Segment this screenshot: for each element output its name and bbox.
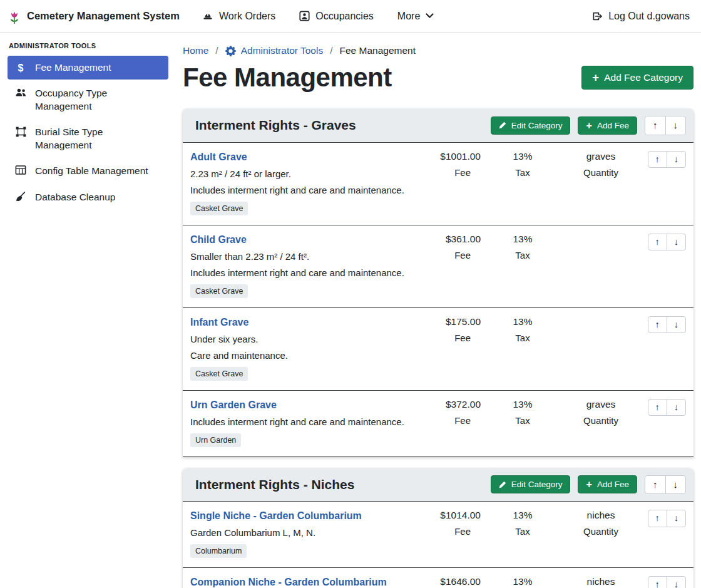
fee-quantity-label: Quantity xyxy=(563,167,638,178)
breadcrumb-home-link[interactable]: Home xyxy=(183,45,208,56)
nav-work-orders-label: Work Orders xyxy=(219,11,275,22)
logout-button[interactable]: Log Out d.gowans xyxy=(591,11,690,22)
nav-occupancies-label: Occupancies xyxy=(315,11,374,22)
breadcrumb-admin-tools-link[interactable]: Administrator Tools xyxy=(225,45,324,56)
fee-name-link[interactable]: Urn Garden Grave xyxy=(190,400,277,411)
move-fee-up-button[interactable]: ↑ xyxy=(648,234,667,251)
edit-category-label: Edit Category xyxy=(511,121,563,130)
add-fee-category-label: Add Fee Category xyxy=(604,72,683,83)
plus-icon: + xyxy=(586,121,591,130)
nav-more-label: More xyxy=(397,11,420,22)
add-fee-label: Add Fee xyxy=(597,480,629,489)
fee-row: Urn Garden Grave Includes interment righ… xyxy=(183,391,693,457)
sidebar-item-burial-site-type-management[interactable]: Burial Site Type Management xyxy=(8,120,168,157)
move-category-up-button[interactable]: ↑ xyxy=(645,116,666,135)
sidebar-item-config-table-management[interactable]: Config Table Management xyxy=(8,159,168,183)
fee-category-card-niches: Interment Rights - Niches Edit Category … xyxy=(183,468,693,588)
sidebar-item-occupancy-type-management[interactable]: Occupancy Type Management xyxy=(8,81,168,118)
pencil-icon xyxy=(499,121,506,129)
move-fee-up-button[interactable]: ↑ xyxy=(648,576,667,588)
fee-name-link[interactable]: Companion Niche - Garden Columbarium xyxy=(190,577,387,588)
move-fee-up-button[interactable]: ↑ xyxy=(648,316,667,334)
fee-reorder-group: ↑ ↓ xyxy=(648,316,687,334)
fee-tag-badge: Urn Garden xyxy=(190,433,241,447)
add-fee-button[interactable]: + Add Fee xyxy=(578,116,637,135)
fee-tax: 13% xyxy=(482,510,563,521)
fee-tag-badge: Columbarium xyxy=(190,544,247,558)
sidebar-item-fee-management[interactable]: $ Fee Management xyxy=(8,56,168,80)
fee-row: Child Grave Smaller than 2.23 m² / 24 ft… xyxy=(183,225,693,308)
fee-amount: $1646.00 xyxy=(413,576,482,587)
move-fee-down-button[interactable]: ↓ xyxy=(667,316,686,334)
vector-square-icon xyxy=(14,126,27,137)
broom-icon xyxy=(14,192,27,202)
fee-tag-badge: Casket Grave xyxy=(190,367,248,381)
sidebar-heading: ADMINISTRATOR TOOLS xyxy=(9,42,168,49)
edit-category-button[interactable]: Edit Category xyxy=(491,116,571,135)
fee-quantity: niches xyxy=(563,576,638,587)
fee-name-link[interactable]: Child Grave xyxy=(190,234,247,245)
fee-quantity: graves xyxy=(563,399,638,410)
fee-tag-badge: Casket Grave xyxy=(190,202,248,215)
fee-name-link[interactable]: Adult Grave xyxy=(190,152,247,163)
add-fee-category-button[interactable]: + Add Fee Category xyxy=(581,66,693,90)
move-fee-down-button[interactable]: ↓ xyxy=(667,151,686,168)
fee-tax-label: Tax xyxy=(482,167,563,178)
move-category-up-button[interactable]: ↑ xyxy=(645,475,666,495)
fee-description: Includes interment right and care and ma… xyxy=(190,267,404,278)
fee-amount-label: Fee xyxy=(413,167,482,178)
users-icon xyxy=(14,88,27,97)
move-fee-down-button[interactable]: ↓ xyxy=(667,234,686,251)
nav-work-orders[interactable]: Work Orders xyxy=(202,11,275,22)
fee-tax: 13% xyxy=(482,151,563,162)
move-fee-down-button[interactable]: ↓ xyxy=(667,576,686,588)
category-reorder-group: ↑ ↓ xyxy=(645,116,686,135)
add-fee-button[interactable]: + Add Fee xyxy=(578,475,637,493)
nav-occupancies[interactable]: Occupancies xyxy=(299,11,374,22)
category-header: Interment Rights - Graves Edit Category … xyxy=(183,109,693,143)
hard-hat-icon xyxy=(202,11,213,21)
fee-reorder-group: ↑ ↓ xyxy=(648,399,687,416)
fee-amount: $372.00 xyxy=(413,399,482,410)
fee-description: Includes interment right and care and ma… xyxy=(190,416,404,427)
fee-reorder-group: ↑ ↓ xyxy=(648,576,687,588)
table-icon xyxy=(14,165,27,175)
sidebar-item-label: Fee Management xyxy=(35,61,111,74)
breadcrumb-current: Fee Management xyxy=(340,45,416,56)
edit-category-button[interactable]: Edit Category xyxy=(491,475,571,493)
sidebar-item-database-cleanup[interactable]: Database Cleanup xyxy=(8,185,168,209)
tulip-logo-icon xyxy=(8,8,21,25)
move-fee-up-button[interactable]: ↑ xyxy=(648,399,667,416)
fee-row: Infant Grave Under six years. Care and m… xyxy=(183,308,693,391)
category-title: Interment Rights - Niches xyxy=(195,477,354,492)
sidebar-item-label: Database Cleanup xyxy=(35,191,115,204)
sidebar-item-label: Burial Site Type Management xyxy=(35,126,161,152)
breadcrumb-home-label: Home xyxy=(183,45,208,56)
plus-icon: + xyxy=(592,73,599,83)
fee-amount: $1001.00 xyxy=(413,151,482,162)
breadcrumb: Home / Administrator Tools / Fee Managem… xyxy=(183,45,693,56)
fee-name-link[interactable]: Single Niche - Garden Columbarium xyxy=(190,510,362,522)
move-category-down-button[interactable]: ↓ xyxy=(665,116,687,135)
brand-home-link[interactable]: Cemetery Management System xyxy=(8,8,180,25)
move-fee-down-button[interactable]: ↓ xyxy=(667,399,686,416)
fee-category-card-graves: Interment Rights - Graves Edit Category … xyxy=(183,109,693,457)
move-fee-up-button[interactable]: ↑ xyxy=(648,151,667,168)
nav-more-dropdown[interactable]: More xyxy=(397,11,434,22)
breadcrumb-admin-tools-label: Administrator Tools xyxy=(241,45,324,56)
logout-label: Log Out d.gowans xyxy=(608,11,690,22)
fee-description: Under six years. xyxy=(190,334,258,344)
edit-category-label: Edit Category xyxy=(511,480,563,489)
move-fee-up-button[interactable]: ↑ xyxy=(648,510,667,527)
category-fee-list: Adult Grave 2.23 m² / 24 ft² or larger. … xyxy=(183,143,693,457)
fee-tax: 13% xyxy=(482,234,563,245)
fee-tag-badge: Casket Grave xyxy=(190,284,248,298)
fee-name-link[interactable]: Infant Grave xyxy=(190,317,248,328)
dollar-icon: $ xyxy=(14,62,27,74)
fee-quantity-label: Quantity xyxy=(563,415,638,426)
move-fee-down-button[interactable]: ↓ xyxy=(667,510,686,527)
move-category-down-button[interactable]: ↓ xyxy=(665,475,687,495)
fee-tax-label: Tax xyxy=(482,415,563,426)
fee-description: 2.23 m² / 24 ft² or larger. xyxy=(190,168,291,179)
fee-tax-label: Tax xyxy=(482,333,563,343)
